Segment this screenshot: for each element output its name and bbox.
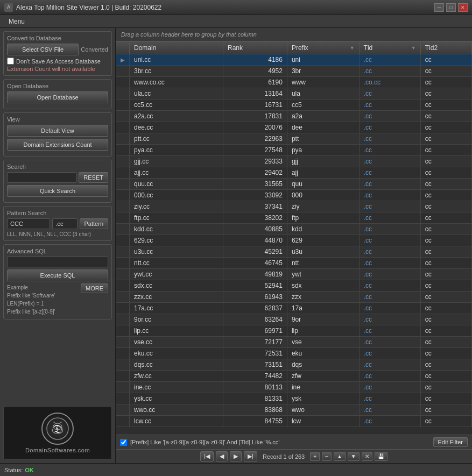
pattern-input-2[interactable] bbox=[52, 218, 77, 229]
col-prefix[interactable]: Prefix ▼ bbox=[287, 42, 359, 54]
table-row[interactable]: zfw.cc74482zfw.cccc bbox=[116, 371, 472, 382]
cell-rank: 72531 bbox=[223, 348, 287, 359]
table-row[interactable]: kdd.cc40885kdd.cccc bbox=[116, 224, 472, 235]
table-row[interactable]: ziy.cc37341ziy.cccc bbox=[116, 201, 472, 212]
cell-rank: 22963 bbox=[223, 133, 287, 145]
select-csv-button[interactable]: Select CSV File bbox=[7, 44, 79, 55]
filter-checkbox[interactable] bbox=[120, 439, 127, 446]
cell-rank: 16731 bbox=[223, 100, 287, 111]
nav-next-button[interactable]: ▶ bbox=[230, 451, 242, 461]
tld-filter-icon[interactable]: ▼ bbox=[411, 45, 416, 51]
domain-extensions-count-button[interactable]: Domain Extensions Count bbox=[7, 139, 108, 151]
nav-up-button[interactable]: ▲ bbox=[334, 452, 346, 461]
cell-tld: .cc bbox=[359, 133, 420, 145]
table-row[interactable]: zzx.cc61943zzx.cccc bbox=[116, 292, 472, 303]
cell-rank: 69971 bbox=[223, 325, 287, 337]
cell-tld: .cc bbox=[359, 292, 420, 303]
nav-save-button[interactable]: 💾 bbox=[375, 452, 388, 461]
sql-input[interactable] bbox=[7, 257, 108, 267]
col-tld2[interactable]: Tld2 bbox=[420, 42, 471, 54]
example-line-3: Prefix like '[a-z][0-9]' bbox=[7, 308, 55, 316]
table-row[interactable]: pya.cc27548pya.cccc bbox=[116, 145, 472, 156]
cell-prefix: kdd bbox=[287, 224, 359, 235]
table-row[interactable]: 17a.cc6283717a.cccc bbox=[116, 303, 472, 314]
table-row[interactable]: eku.cc72531eku.cccc bbox=[116, 348, 472, 359]
col-tld[interactable]: Tld ▼ bbox=[359, 42, 420, 54]
more-button[interactable]: MORE bbox=[81, 283, 108, 293]
cell-rank: 29402 bbox=[223, 167, 287, 179]
right-panel: Drag a column header here to group by th… bbox=[116, 28, 472, 463]
reset-button[interactable]: RESET bbox=[79, 172, 108, 183]
table-row[interactable]: vse.cc72177vse.cccc bbox=[116, 337, 472, 348]
cell-tld: .cc bbox=[359, 54, 420, 66]
table-row[interactable]: ftp.cc38202ftp.cccc bbox=[116, 212, 472, 224]
table-row[interactable]: 9or.cc632649or.cccc bbox=[116, 314, 472, 325]
row-indicator bbox=[116, 111, 130, 122]
cell-domain: kdd.cc bbox=[130, 224, 223, 235]
table-row[interactable]: ywt.cc49819ywt.cccc bbox=[116, 269, 472, 280]
edit-filter-button[interactable]: Edit Filter bbox=[433, 437, 468, 447]
cell-tld: .cc bbox=[359, 190, 420, 201]
close-button[interactable]: ✕ bbox=[458, 3, 468, 12]
table-row[interactable]: 000.cc33092000.cccc bbox=[116, 190, 472, 201]
cell-domain: ula.cc bbox=[130, 88, 223, 100]
col-rank[interactable]: Rank bbox=[223, 42, 287, 54]
table-row[interactable]: lip.cc69971lip.cccc bbox=[116, 325, 472, 337]
maximize-button[interactable]: □ bbox=[446, 3, 456, 12]
table-row[interactable]: ula.cc13164ula.cccc bbox=[116, 88, 472, 100]
pattern-button[interactable]: Pattern bbox=[80, 218, 108, 229]
table-row[interactable]: lcw.cc84755lcw.cccc bbox=[116, 416, 472, 427]
table-row[interactable]: ntt.cc46745ntt.cccc bbox=[116, 258, 472, 269]
search-input[interactable] bbox=[7, 172, 76, 183]
table-container[interactable]: Domain Rank Prefix ▼ bbox=[116, 41, 472, 435]
cell-tld2: cc bbox=[420, 325, 471, 337]
table-row[interactable]: sdx.cc52941sdx.cccc bbox=[116, 280, 472, 292]
table-row[interactable]: ajj.cc29402ajj.cccc bbox=[116, 167, 472, 179]
minimize-button[interactable]: ─ bbox=[434, 3, 444, 12]
prefix-filter-icon[interactable]: ▼ bbox=[350, 45, 355, 51]
quick-search-button[interactable]: Quick Search bbox=[7, 185, 108, 197]
nav-cancel-button[interactable]: ✕ bbox=[362, 452, 372, 461]
cell-tld2: cc bbox=[420, 314, 471, 325]
nav-add-button[interactable]: + bbox=[310, 452, 320, 461]
cell-rank: 61943 bbox=[223, 292, 287, 303]
cell-rank: 38202 bbox=[223, 212, 287, 224]
cell-domain: cc5.cc bbox=[130, 100, 223, 111]
cell-tld: .cc bbox=[359, 303, 420, 314]
table-row[interactable]: 3br.cc49523br.cccc bbox=[116, 66, 472, 77]
table-row[interactable]: cc5.cc16731cc5.cccc bbox=[116, 100, 472, 111]
table-row[interactable]: u3u.cc45291u3u.cccc bbox=[116, 246, 472, 258]
table-row[interactable]: dqs.cc73151dqs.cccc bbox=[116, 359, 472, 371]
cell-prefix: 000 bbox=[287, 190, 359, 201]
table-row[interactable]: a2a.cc17831a2a.cccc bbox=[116, 111, 472, 122]
cell-domain: ine.cc bbox=[130, 382, 223, 393]
cell-tld: .cc bbox=[359, 393, 420, 404]
save-access-checkbox[interactable] bbox=[7, 58, 14, 65]
pattern-input-1[interactable] bbox=[7, 218, 50, 229]
nav-prev-button[interactable]: ◀ bbox=[216, 451, 228, 461]
nav-last-button[interactable]: ▶| bbox=[244, 451, 257, 461]
cell-prefix: zfw bbox=[287, 371, 359, 382]
menu-item-menu[interactable]: Menu bbox=[4, 17, 29, 26]
table-row[interactable]: gjj.cc29333gjj.cccc bbox=[116, 156, 472, 167]
table-row[interactable]: wwo.cc83868wwo.cccc bbox=[116, 404, 472, 416]
default-view-button[interactable]: Default View bbox=[7, 125, 108, 137]
table-row[interactable]: ptt.cc22963ptt.cccc bbox=[116, 133, 472, 145]
cell-rank: 17831 bbox=[223, 111, 287, 122]
nav-first-button[interactable]: |◀ bbox=[200, 451, 214, 461]
table-row[interactable]: dee.cc20076dee.cccc bbox=[116, 122, 472, 133]
table-row[interactable]: ▶uni.cc4186uni.cccc bbox=[116, 54, 472, 66]
table-row[interactable]: ine.cc80113ine.cccc bbox=[116, 382, 472, 393]
open-database-button[interactable]: Open Database bbox=[7, 91, 108, 103]
table-row[interactable]: ysk.cc81331ysk.cccc bbox=[116, 393, 472, 404]
cell-tld: .cc bbox=[359, 258, 420, 269]
table-row[interactable]: 629.cc44870629.cccc bbox=[116, 235, 472, 246]
execute-sql-button[interactable]: Execute SQL bbox=[7, 269, 108, 281]
row-indicator bbox=[116, 269, 130, 280]
cell-tld: .cc bbox=[359, 280, 420, 292]
table-row[interactable]: www.co.cc6190www.co.cccc bbox=[116, 77, 472, 88]
nav-delete-button[interactable]: − bbox=[322, 452, 332, 461]
col-domain[interactable]: Domain bbox=[130, 42, 223, 54]
nav-down-button[interactable]: ▼ bbox=[348, 452, 360, 461]
table-row[interactable]: quu.cc31565quu.cccc bbox=[116, 179, 472, 190]
